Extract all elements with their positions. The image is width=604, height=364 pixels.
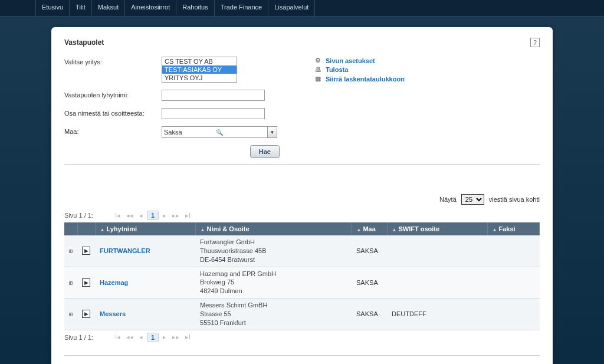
country-dropdown-button[interactable]: ▼ xyxy=(268,126,277,138)
pager-prev-group-icon[interactable]: ◂◂ xyxy=(124,333,135,341)
export-spreadsheet-link[interactable]: ▦ Siirrä laskentataulukkoon xyxy=(315,75,405,83)
expand-icon[interactable]: ⊞ xyxy=(69,248,73,254)
row-action-icon[interactable]: ▶ xyxy=(82,247,90,255)
pager-bottom: Sivu 1 / 1: І◂ ◂◂ ◂ 1 ▸ ▸▸ ▸І xyxy=(64,330,540,345)
per-page-suffix: viestiä sivua kohti xyxy=(489,196,540,203)
label-select-company: Valitse yritys: xyxy=(64,57,162,65)
country-cell: SAKSA xyxy=(352,235,387,267)
pager-last-icon[interactable]: ▸І xyxy=(183,333,192,341)
col-fax[interactable]: ▲Faksi xyxy=(487,222,539,235)
nav-item-aineistosiirrot[interactable]: Aineistosiirrot xyxy=(125,0,176,16)
print-label: Tulosta xyxy=(326,66,348,73)
pager-prev-icon[interactable]: ◂ xyxy=(137,333,145,341)
pager-next-icon[interactable]: ▸ xyxy=(161,333,168,341)
pager-first-icon[interactable]: І◂ xyxy=(113,333,122,341)
address-cell: Messers Schimt GmBHStrasse 5555510 Frank… xyxy=(200,301,347,327)
col-country[interactable]: ▲Maa xyxy=(352,222,387,235)
search-icon: 🔍 xyxy=(216,129,266,136)
expand-icon[interactable]: ⊞ xyxy=(69,311,73,317)
main-nav: EtusivuTilitMaksutAineistosiirrotRahoitu… xyxy=(0,0,604,17)
nav-item-maksut[interactable]: Maksut xyxy=(92,0,125,16)
pager-next-group-icon[interactable]: ▸▸ xyxy=(170,333,181,341)
nav-item-etusivu[interactable]: Etusivu xyxy=(35,0,70,16)
nav-item-lisäpalvelut[interactable]: Lisäpalvelut xyxy=(268,0,315,16)
table-row: ⊞▶MessersMessers Schimt GmBHStrasse 5555… xyxy=(64,299,540,330)
address-cell: Furtwangler GmbHThuusvuoristrasse 45BDE-… xyxy=(200,238,347,264)
country-cell: SAKSA xyxy=(352,299,387,330)
nav-item-tilit[interactable]: Tilit xyxy=(70,0,92,16)
search-button[interactable]: Hae xyxy=(250,145,280,158)
nav-item-rahoitus[interactable]: Rahoitus xyxy=(176,0,214,16)
sort-asc-icon: ▲ xyxy=(357,227,362,232)
swift-cell: DEUTDEFF xyxy=(387,299,487,330)
country-value: Saksa xyxy=(164,129,214,136)
print-link[interactable]: 🖶 Tulosta xyxy=(315,66,405,73)
page-settings-link[interactable]: ⚙ Sivun asetukset xyxy=(315,57,405,64)
pager-next-icon[interactable]: ▸ xyxy=(161,212,168,219)
pager-top: Sivu 1 / 1: І◂ ◂◂ ◂ 1 ▸ ▸▸ ▸І xyxy=(64,208,540,222)
divider xyxy=(64,164,540,165)
nav-item-trade finance[interactable]: Trade Finance xyxy=(215,0,269,16)
divider xyxy=(64,355,540,356)
pager-label: Sivu 1 / 1: xyxy=(64,334,93,341)
pager-label: Sivu 1 / 1: xyxy=(64,212,93,219)
company-option[interactable]: TESTIASIAKAS OY xyxy=(162,65,237,74)
col-action xyxy=(77,222,95,235)
pager-current[interactable]: 1 xyxy=(147,211,159,220)
sort-asc-icon: ▲ xyxy=(493,227,497,232)
label-country: Maa: xyxy=(64,126,162,135)
page-action-links: ⚙ Sivun asetukset 🖶 Tulosta ▦ Siirrä las… xyxy=(315,57,405,158)
table-row: ⊞▶FURTWANGLERFurtwangler GmbHThuusvuoris… xyxy=(64,235,540,267)
shortname-link[interactable]: Hazemag xyxy=(100,279,128,286)
col-swift[interactable]: ▲SWIFT osoite xyxy=(387,222,487,235)
page-settings-label: Sivun asetukset xyxy=(326,57,375,64)
pager-prev-group-icon[interactable]: ◂◂ xyxy=(124,212,135,219)
swift-cell xyxy=(387,267,487,299)
sort-asc-icon: ▲ xyxy=(392,227,397,232)
label-short-name: Vastapuolen lyhytnimi: xyxy=(64,90,162,99)
row-action-icon[interactable]: ▶ xyxy=(82,310,90,318)
name-address-input[interactable] xyxy=(162,108,265,119)
page-title: Vastapuolet xyxy=(64,38,104,47)
address-cell: Hazemag and EPR GmbHBrokweg 7548249 Dulm… xyxy=(200,270,347,296)
table-row: ⊞▶HazemagHazemag and EPR GmbHBrokweg 754… xyxy=(64,267,540,299)
row-action-icon[interactable]: ▶ xyxy=(82,278,90,287)
shortname-link[interactable]: FURTWANGLER xyxy=(100,247,150,254)
pager-next-group-icon[interactable]: ▸▸ xyxy=(170,212,181,219)
label-name-address: Osa nimestä tai osoitteesta: xyxy=(64,108,162,117)
main-panel: Vastapuolet ? Valitse yritys: CS TEST OY… xyxy=(51,27,553,364)
spreadsheet-icon: ▦ xyxy=(315,75,323,83)
country-input[interactable]: Saksa 🔍 xyxy=(162,126,268,138)
results-table: ▲Lyhytnimi ▲Nimi & Osoite ▲Maa ▲SWIFT os… xyxy=(64,222,540,330)
shortname-link[interactable]: Messers xyxy=(100,310,126,317)
expand-icon[interactable]: ⊞ xyxy=(69,280,73,286)
export-label: Siirrä laskentataulukkoon xyxy=(326,76,405,83)
company-option[interactable]: CS TEST OY AB xyxy=(162,57,237,65)
short-name-input[interactable] xyxy=(162,90,265,101)
fax-cell xyxy=(487,267,539,299)
sort-asc-icon: ▲ xyxy=(100,227,105,232)
gear-icon: ⚙ xyxy=(315,57,323,64)
fax-cell xyxy=(487,235,539,267)
col-expand xyxy=(64,222,77,235)
company-option[interactable]: YRITYS OYJ xyxy=(162,74,237,82)
pager-prev-icon[interactable]: ◂ xyxy=(137,212,145,219)
company-select[interactable]: CS TEST OY ABTESTIASIAKAS OYYRITYS OYJ xyxy=(162,57,237,83)
sort-asc-icon: ▲ xyxy=(201,227,205,232)
pager-first-icon[interactable]: І◂ xyxy=(113,212,122,219)
pager-current[interactable]: 1 xyxy=(147,333,159,342)
pager-last-icon[interactable]: ▸І xyxy=(183,212,192,219)
country-cell: SAKSA xyxy=(352,267,387,299)
per-page-label: Näytä xyxy=(439,196,457,203)
col-name-address[interactable]: ▲Nimi & Osoite xyxy=(195,222,352,235)
printer-icon: 🖶 xyxy=(315,66,323,73)
per-page-select[interactable]: 25 xyxy=(461,194,484,205)
fax-cell xyxy=(487,299,539,330)
help-icon[interactable]: ? xyxy=(530,38,540,47)
col-shortname[interactable]: ▲Lyhytnimi xyxy=(95,222,195,235)
swift-cell xyxy=(387,235,487,267)
